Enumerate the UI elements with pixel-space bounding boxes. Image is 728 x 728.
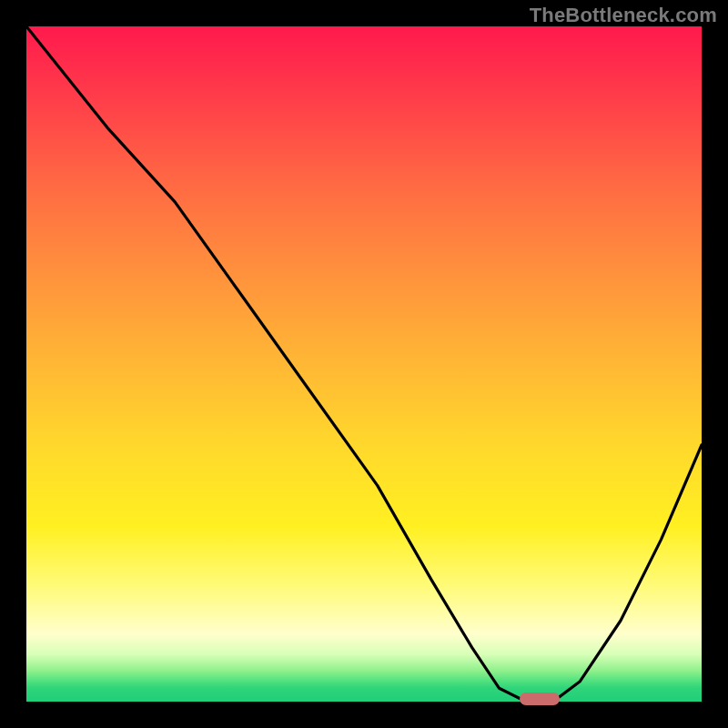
bottleneck-curve xyxy=(26,26,702,702)
watermark-text: TheBottleneck.com xyxy=(530,4,717,27)
chart-plot-area xyxy=(26,26,702,702)
optimal-marker xyxy=(520,693,560,705)
